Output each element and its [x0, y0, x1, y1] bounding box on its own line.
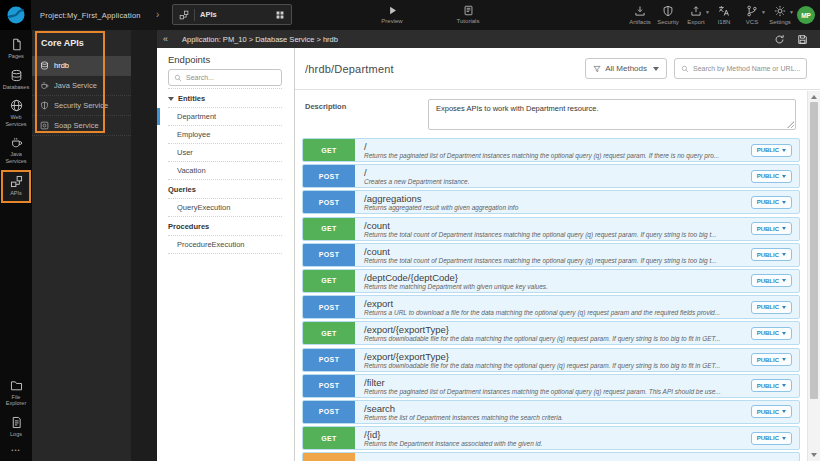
- visibility-label: PUBLIC: [757, 409, 779, 415]
- endpoint-item-employee[interactable]: Employee: [168, 126, 282, 144]
- endpoints-section-entities[interactable]: Entities: [168, 88, 282, 108]
- method-path: /search: [364, 403, 745, 414]
- methods-filter-dropdown[interactable]: All Methods: [585, 58, 667, 79]
- core-api-item-label: Java Service: [54, 81, 97, 90]
- visibility-label: PUBLIC: [757, 357, 779, 363]
- grid-icon: [275, 10, 285, 20]
- scrollbar-up-arrow[interactable]: [808, 91, 820, 102]
- method-badge: POST: [303, 191, 355, 213]
- description-value: Exposes APIs to work with Department res…: [436, 104, 599, 113]
- sidebar-item-pages[interactable]: Pages: [1, 35, 31, 63]
- method-path: /{id}: [364, 429, 745, 440]
- breadcrumb-chevron-icon: ›: [156, 9, 159, 20]
- endpoints-search-input[interactable]: Search...: [168, 69, 282, 86]
- topbar-i18n-button[interactable]: I18N: [710, 5, 738, 25]
- sidebar-item-logs[interactable]: Logs: [1, 413, 31, 441]
- preview-label: Preview: [381, 18, 402, 24]
- sidebar-item-label: APIs: [10, 190, 22, 197]
- tutorials-button[interactable]: Tutorials: [450, 5, 486, 24]
- visibility-label: PUBLIC: [757, 173, 779, 179]
- sidebar-item-databases[interactable]: Databases: [1, 66, 31, 94]
- visibility-dropdown[interactable]: PUBLIC: [751, 432, 792, 445]
- user-avatar[interactable]: MP: [797, 6, 815, 24]
- visibility-label: PUBLIC: [757, 435, 779, 441]
- description-textarea[interactable]: Exposes APIs to work with Department res…: [428, 99, 796, 130]
- method-search-input[interactable]: Search by Method Name or URL...: [674, 58, 807, 79]
- visibility-dropdown[interactable]: PUBLIC: [751, 170, 792, 183]
- topbar-vcs-button[interactable]: ▼VCS: [738, 5, 766, 25]
- core-api-item-java-service[interactable]: Java Service: [32, 76, 131, 96]
- visibility-dropdown[interactable]: PUBLIC: [751, 327, 792, 340]
- method-description: Returns the matching Department with giv…: [364, 283, 745, 291]
- triangle-down-icon: [782, 227, 786, 230]
- project-title[interactable]: Project:My_First_Application: [40, 11, 141, 20]
- triangle-down-icon: [782, 149, 786, 152]
- core-api-item-hrdb[interactable]: hrdb: [32, 56, 131, 76]
- selector-divider: [194, 9, 195, 21]
- play-icon: [387, 5, 398, 16]
- visibility-dropdown[interactable]: PUBLIC: [751, 248, 792, 261]
- scrollbar-thumb[interactable]: [810, 102, 818, 399]
- save-button[interactable]: [797, 34, 808, 45]
- visibility-dropdown[interactable]: PUBLIC: [751, 379, 792, 392]
- sidebar-item-file-explorer[interactable]: File Explorer: [1, 376, 31, 410]
- module-selector[interactable]: APIs: [172, 4, 292, 25]
- method-meta: /{id}Returns the Department instance ass…: [355, 427, 751, 449]
- method-path: /export/{exportType}: [364, 324, 745, 335]
- visibility-dropdown[interactable]: PUBLIC: [751, 144, 792, 157]
- export-icon: [690, 5, 702, 17]
- method-description: Returns the paginated list of Department…: [364, 152, 745, 160]
- endpoints-section-procedures[interactable]: Procedures: [168, 217, 282, 236]
- rail-more-button[interactable]: •••: [0, 443, 32, 457]
- triangle-down-icon: [782, 253, 786, 256]
- visibility-dropdown[interactable]: PUBLIC: [751, 222, 792, 235]
- sidebar-item-java-services[interactable]: Java Services: [1, 133, 31, 167]
- resource-title: /hrdb/Department: [305, 63, 394, 75]
- topbar-security-button[interactable]: Security: [654, 5, 682, 25]
- tutorials-label: Tutorials: [457, 18, 480, 24]
- endpoint-item-vacation[interactable]: Vacation: [168, 162, 282, 180]
- refresh-button[interactable]: [774, 34, 785, 45]
- topbar-export-button[interactable]: ▼Export: [682, 5, 710, 25]
- method-badge: POST: [303, 375, 355, 397]
- sidebar-item-web-services[interactable]: Web Services: [1, 96, 31, 130]
- api-method-row: GET/Returns the paginated list of Depart…: [302, 138, 800, 162]
- visibility-dropdown[interactable]: PUBLIC: [751, 196, 792, 209]
- visibility-dropdown[interactable]: PUBLIC: [751, 405, 792, 418]
- visibility-dropdown[interactable]: PUBLIC: [751, 274, 792, 287]
- resize-grip-icon[interactable]: [787, 121, 794, 128]
- endpoints-search-placeholder: Search...: [186, 74, 214, 81]
- api-method-row: POST/countReturns the total count of Dep…: [302, 243, 800, 267]
- endpoints-section-label: Entities: [178, 94, 205, 103]
- visibility-dropdown[interactable]: PUBLIC: [751, 301, 792, 314]
- endpoint-item-queryexecution[interactable]: QueryExecution: [168, 199, 282, 217]
- visibility-dropdown[interactable]: PUBLIC: [751, 353, 792, 366]
- method-path: /export/{exportType}: [364, 351, 745, 362]
- core-api-item-security-service[interactable]: Security Service: [32, 96, 131, 116]
- method-badge: GET: [303, 270, 355, 292]
- app-logo[interactable]: [0, 0, 31, 30]
- endpoint-item-procedureexecution[interactable]: ProcedureExecution: [168, 236, 282, 254]
- method-meta: /Creates a new Department instance.: [355, 165, 751, 187]
- core-api-item-soap-service[interactable]: Soap Service: [32, 116, 131, 136]
- preview-button[interactable]: Preview: [374, 5, 410, 24]
- method-path: /aggregations: [364, 193, 745, 204]
- topbar-artifacts-button[interactable]: Artifacts: [626, 5, 654, 25]
- sidebar-item-apis[interactable]: APIs: [1, 170, 31, 203]
- api-method-row: GET/countReturns the total count of Depa…: [302, 217, 800, 241]
- method-meta: /searchReturns the list of Department in…: [355, 401, 751, 423]
- topbar-i18n-label: I18N: [718, 19, 731, 25]
- vertical-scrollbar[interactable]: [807, 91, 820, 461]
- database-icon: [40, 61, 49, 70]
- endpoint-item-department[interactable]: Department: [168, 108, 282, 126]
- endpoints-section-queries[interactable]: Queries: [168, 180, 282, 199]
- topbar-settings-button[interactable]: ▼Settings: [766, 5, 794, 25]
- scrollbar-down-arrow[interactable]: [808, 449, 820, 461]
- database-icon: [10, 69, 23, 82]
- chevron-down-icon: [653, 67, 659, 71]
- visibility-label: PUBLIC: [757, 147, 779, 153]
- endpoint-item-user[interactable]: User: [168, 144, 282, 162]
- collapse-panel-button[interactable]: «: [163, 35, 168, 44]
- method-badge: GET: [303, 218, 355, 240]
- api-method-row: POST/searchReturns the list of Departmen…: [302, 400, 800, 424]
